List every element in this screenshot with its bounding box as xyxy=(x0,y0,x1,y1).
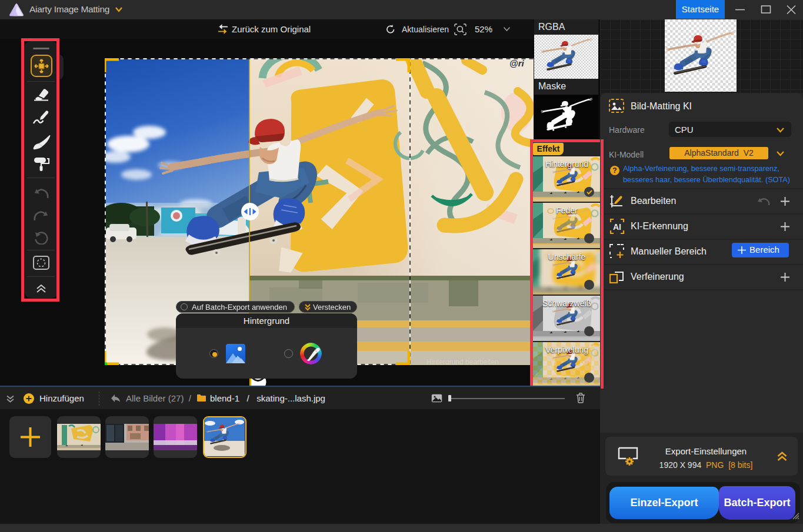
svg-text:Hintergrund bearbeiten: Hintergrund bearbeiten xyxy=(427,358,499,365)
svg-text:@ri: @ri xyxy=(509,58,524,68)
svg-text:AI: AI xyxy=(613,222,621,232)
